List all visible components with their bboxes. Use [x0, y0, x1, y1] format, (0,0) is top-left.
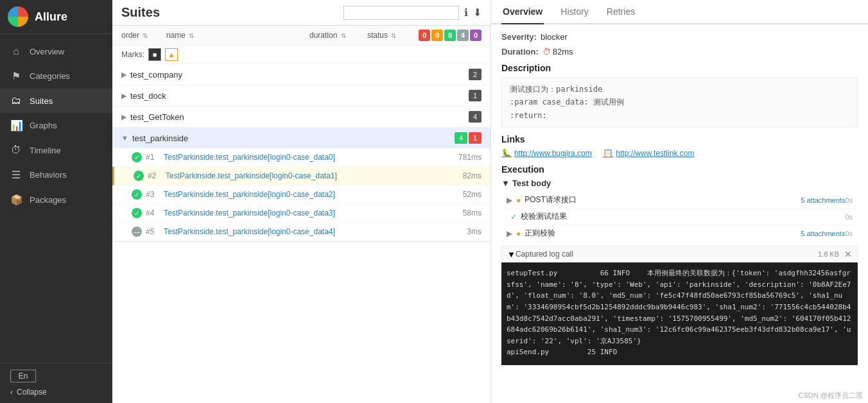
th-name: name ⇅: [166, 31, 309, 40]
tab-history[interactable]: History: [559, 0, 590, 24]
chevron-down-icon: ▼: [501, 178, 510, 188]
links-section: 🐛 http://www.bugjira.com 📋 http://www.te…: [501, 148, 858, 158]
language-button[interactable]: En: [10, 370, 36, 382]
status-badges: 0 0 8 4 0: [419, 30, 482, 41]
sidebar-item-label: Overview: [30, 47, 64, 56]
step-row-verify[interactable]: ✓ 校验测试结果 0s: [501, 209, 858, 225]
log-content[interactable]: setupTest.py 66 INFO 本用例最终的关联数据为：{'token…: [501, 262, 858, 365]
package-icon: 📦: [10, 194, 22, 206]
step-name: 校验测试结果: [521, 211, 841, 222]
expand-icon: ▼: [121, 134, 128, 142]
step-duration: 0s: [845, 230, 853, 237]
mark-icon-dark[interactable]: ■: [148, 48, 161, 61]
step-duration: 0s: [845, 196, 853, 204]
suite-group-row-test-parkinside[interactable]: ▼ test_parkinside 4 1: [112, 128, 490, 148]
testlink-icon: 📋: [603, 148, 613, 158]
test-row-2[interactable]: ✓ #2 TestParkinside.test_parkinside[logi…: [112, 167, 490, 185]
badge-passed: 8: [444, 30, 456, 41]
test-number: #4: [146, 209, 160, 218]
info-icon[interactable]: ℹ: [464, 6, 468, 19]
test-body-header[interactable]: ▼ Test body: [501, 178, 858, 188]
badge-failed: 0: [419, 30, 430, 41]
sidebar: Allure ⌂ Overview ⚑ Categories 🗂 Suites …: [0, 0, 112, 403]
sidebar-item-categories[interactable]: ⚑ Categories: [0, 64, 112, 89]
test-pass-icon: ✓: [134, 171, 144, 181]
tab-retries[interactable]: Retries: [605, 0, 636, 24]
description-box: 测试接口为：parkinside :param case_data: 测试用例 …: [501, 77, 858, 128]
bar-chart-icon: 📊: [10, 119, 22, 132]
step-name: 正则校验: [525, 228, 797, 239]
sidebar-item-label: Categories: [30, 71, 70, 81]
detail-tabs: Overview History Retries: [491, 0, 868, 24]
sidebar-item-label: Timeline: [30, 146, 61, 155]
step-row-regex[interactable]: ▶ ● 正则校验 5 attachments 0s: [501, 225, 858, 242]
suite-group-row-test-dock[interactable]: ▶ test_dock 1: [112, 85, 490, 106]
suites-search-input[interactable]: [343, 6, 459, 20]
list-icon: ☰: [10, 169, 22, 181]
download-icon[interactable]: ⬇: [473, 6, 482, 19]
step-status-icon: ●: [516, 229, 521, 238]
description-line-2: :param case_data: 测试用例: [510, 96, 849, 108]
test-row-1[interactable]: ✓ #1 TestParkinside.test_parkinside[logi…: [112, 148, 490, 167]
suite-group-row-test-company[interactable]: ▶ test_company 2: [112, 64, 490, 85]
link-bugjira[interactable]: 🐛 http://www.bugjira.com: [501, 148, 592, 158]
step-attachments: 5 attachments: [801, 196, 845, 204]
test-number: #3: [146, 190, 160, 199]
logo-text: Allure: [35, 10, 67, 24]
sidebar-item-label: Graphs: [30, 121, 57, 130]
sidebar-item-behaviors[interactable]: ☰ Behaviors: [0, 162, 112, 187]
mark-icon-warn[interactable]: ▲: [165, 48, 178, 61]
tab-overview[interactable]: Overview: [501, 0, 544, 24]
log-close-icon[interactable]: ✕: [844, 249, 852, 259]
table-header: order ⇅ name ⇅ duration ⇅ status ⇅ 0 0 8…: [112, 26, 490, 46]
test-pass-icon: ✓: [132, 152, 142, 162]
test-name: TestParkinside.test_parkinside[login0-ca…: [164, 209, 449, 218]
test-row-3[interactable]: ✓ #3 TestParkinside.test_parkinside[logi…: [112, 185, 490, 204]
sidebar-item-timeline[interactable]: ⏱ Timeline: [0, 138, 112, 162]
sidebar-item-graphs[interactable]: 📊 Graphs: [0, 113, 112, 138]
sidebar-item-packages[interactable]: 📦 Packages: [0, 187, 112, 212]
test-pass-icon: ✓: [132, 189, 142, 200]
sidebar-item-label: Suites: [30, 96, 53, 106]
captured-log-header[interactable]: ▼ Captured log call 1.8 KB ✕: [501, 246, 858, 262]
test-number: #2: [148, 171, 162, 180]
links-title: Links: [501, 134, 858, 144]
description-line-3: :return:: [510, 109, 849, 122]
badge-skipped: 4: [457, 30, 469, 41]
test-row-4[interactable]: ✓ #4 TestParkinside.test_parkinside[logi…: [112, 204, 490, 223]
test-name: TestParkinside.test_parkinside[login0-ca…: [164, 190, 449, 199]
link-testlink[interactable]: 📋 http://www.testlink.com: [603, 148, 694, 158]
step-row-post[interactable]: ▶ ● POST请求接口 5 attachments 0s: [501, 192, 858, 209]
severity-row: Severity: blocker: [501, 32, 858, 42]
suite-count: 2: [469, 69, 482, 80]
th-order: order ⇅: [121, 31, 166, 40]
suite-count: 4: [469, 111, 482, 123]
test-duration: 82ms: [449, 171, 482, 180]
expand-icon: ▶: [121, 71, 126, 79]
test-row-5[interactable]: — #5 TestParkinside.test_parkinside[logi…: [112, 223, 490, 241]
nav-items: ⌂ Overview ⚑ Categories 🗂 Suites 📊 Graph…: [0, 34, 112, 363]
badge-unknown: 0: [470, 30, 482, 41]
test-duration: 3ms: [449, 227, 482, 236]
main-area: Suites ℹ ⬇ order ⇅ name ⇅ duration ⇅ sta…: [112, 0, 868, 403]
marks-label: Marks:: [121, 50, 144, 59]
test-pass-icon: ✓: [132, 208, 142, 218]
sidebar-item-suites[interactable]: 🗂 Suites: [0, 89, 112, 113]
test-number: #5: [146, 227, 160, 236]
suite-group-name: test_GetToken: [130, 112, 469, 122]
test-duration: 52ms: [449, 190, 482, 199]
captured-log-title: Captured log call: [516, 250, 818, 259]
test-duration: 781ms: [449, 153, 482, 162]
suite-group-row-test-gettoken[interactable]: ▶ test_GetToken 4: [112, 107, 490, 127]
step-expand-icon: ▶: [507, 229, 512, 238]
sidebar-item-overview[interactable]: ⌂ Overview: [0, 39, 112, 64]
suite-group-name: test_dock: [130, 91, 469, 101]
suites-header-actions: ℹ ⬇: [343, 6, 482, 20]
test-name: TestParkinside.test_parkinside[login0-ca…: [166, 171, 449, 180]
expand-icon: ▶: [121, 113, 126, 121]
severity-value: blocker: [541, 32, 568, 42]
clock-icon: ⏱: [10, 144, 22, 156]
collapse-button[interactable]: ‹ Collapse: [10, 388, 102, 397]
test-skip-icon: —: [132, 227, 142, 237]
sidebar-item-label: Packages: [30, 195, 66, 205]
